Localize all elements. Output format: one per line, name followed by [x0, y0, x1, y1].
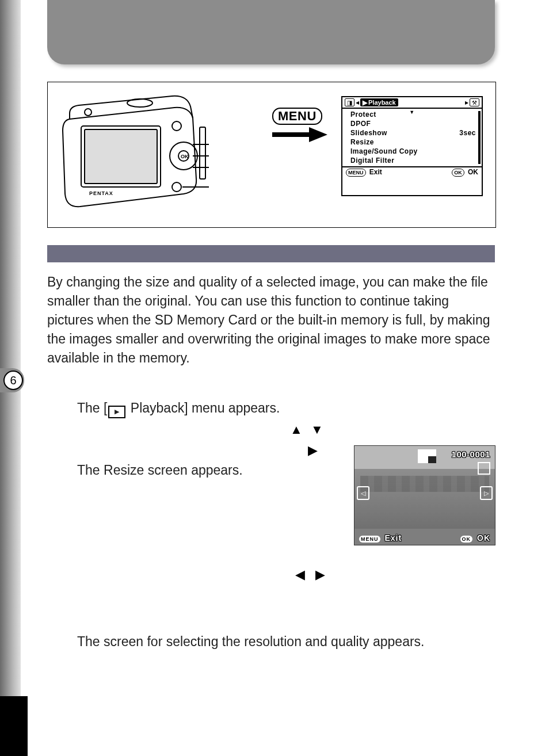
menu-item-slideshow-value: 3sec — [459, 128, 476, 138]
playback-icon — [108, 406, 125, 418]
playback-tab-selected: ▶ Playback — [360, 98, 398, 106]
svg-point-8 — [85, 109, 92, 116]
svg-text:OK: OK — [181, 154, 189, 159]
playback-menu-screen: ◨ ◀ ▶ Playback ▶ ⚒ ▼ Protect DPOF Slides… — [341, 96, 483, 196]
up-down-arrow-icon: ▲ ▼ — [290, 422, 326, 437]
svg-text:PENTAX: PENTAX — [89, 190, 113, 196]
menu-body: ▼ Protect DPOF Slideshow 3sec Resize Ima… — [342, 109, 482, 166]
resize-exit-label: Exit — [384, 533, 402, 543]
image-frame-icon — [478, 462, 490, 475]
menu-item-dpof: DPOF — [350, 119, 476, 128]
menu-item-resize: Resize — [350, 138, 476, 147]
resize-ok-label: OK — [477, 533, 490, 543]
camera-diagram-frame: OK PENTAX MENU ◨ ◀ ▶ Playback — [47, 82, 496, 228]
svg-point-7 — [172, 182, 181, 192]
menu-item-slideshow: Slideshow — [350, 128, 387, 138]
camera-illustration: OK PENTAX — [59, 93, 209, 213]
camera-tab-icon: ◨ — [345, 98, 354, 106]
right-arrow-icon: ▶ — [308, 443, 318, 458]
menu-item-digital-filter: Digital Filter — [350, 156, 476, 165]
svg-rect-2 — [85, 129, 157, 184]
page-left-gutter — [0, 0, 21, 696]
svg-point-0 — [127, 99, 152, 107]
tab-prev-icon: ◀ — [356, 100, 359, 105]
chapter-tab-number: 6 — [3, 371, 23, 390]
svg-point-6 — [172, 121, 181, 131]
resize-image-id: 100-0001 — [452, 449, 490, 459]
playback-tab-icon: ▶ — [363, 99, 367, 106]
menu-button-label: MENU — [272, 108, 322, 125]
menu-footer: MENU Exit OK OK — [342, 166, 482, 177]
svg-marker-15 — [272, 127, 327, 142]
menu-tabs: ◨ ◀ ▶ Playback ▶ ⚒ — [342, 97, 482, 109]
ok-pill-icon: OK — [452, 169, 464, 177]
menu-exit-label: Exit — [369, 168, 382, 176]
chapter-tab: 6 — [0, 368, 24, 392]
body-paragraph: By changing the size and quality of a se… — [47, 273, 495, 368]
setup-tab-icon: ⚒ — [470, 98, 479, 106]
page-bottom-gutter — [0, 696, 28, 756]
section-header-banner — [47, 0, 495, 64]
resize-menu-pill-icon: MENU — [359, 536, 380, 543]
left-right-arrow-icon: ◀ ▶ — [295, 567, 329, 582]
arrow-right-icon — [272, 127, 327, 142]
resize-ok-pill-icon: OK — [460, 536, 473, 543]
resize-footer: MENU Exit OK OK — [354, 533, 495, 543]
menu-pill-icon: MENU — [346, 169, 366, 177]
tab-next-icon: ▶ — [465, 100, 468, 105]
step1-result: The [ Playback] menu appears. — [77, 400, 325, 418]
playback-tab-label: Playback — [368, 99, 396, 106]
menu-item-image-sound-copy: Image/Sound Copy — [350, 147, 476, 156]
svg-rect-9 — [200, 127, 205, 179]
menu-ok-label: OK — [468, 168, 478, 176]
menu-scroll-down-icon: ▼ — [409, 108, 414, 117]
subsection-bar — [47, 245, 495, 262]
resize-screen: 100-0001 ◁ ▷ MENU Exit OK OK — [354, 445, 495, 545]
resize-icon — [418, 449, 436, 463]
menu-scrollbar — [478, 111, 481, 164]
step3-result: The Resize screen appears. — [77, 463, 325, 478]
resize-nav-left-icon: ◁ — [357, 486, 369, 500]
step5-result: The screen for selecting the resolution … — [77, 634, 480, 650]
resize-nav-right-icon: ▷ — [480, 486, 493, 500]
